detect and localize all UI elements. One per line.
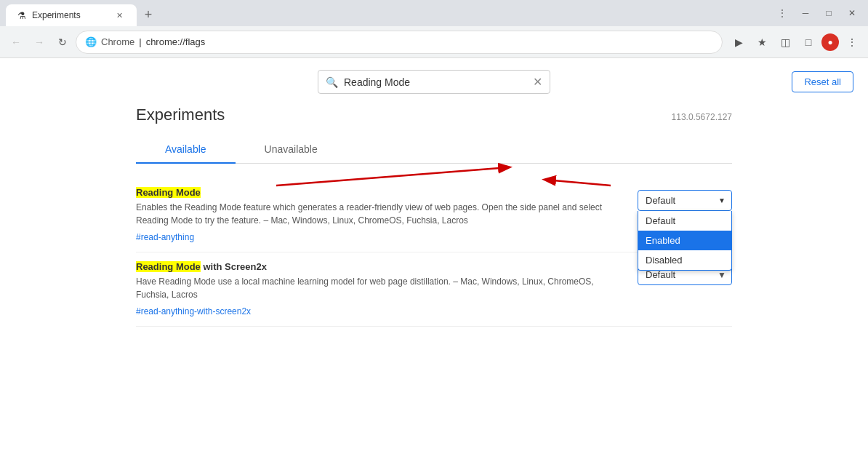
experiment-link-1[interactable]: #read-anything bbox=[136, 232, 194, 242]
experiments-container: Experiments 113.0.5672.127 Available Una… bbox=[107, 105, 761, 327]
new-tab-button[interactable]: + bbox=[138, 4, 158, 25]
experiment-desc-2: Have Reading Mode use a local machine le… bbox=[136, 275, 623, 301]
experiment-info-1: Reading Mode Enables the Reading Mode fe… bbox=[136, 187, 623, 243]
url-separator: | bbox=[139, 36, 141, 47]
forward-button[interactable]: → bbox=[29, 32, 49, 52]
back-button[interactable]: ← bbox=[6, 32, 26, 52]
extensions-button[interactable]: ◫ bbox=[775, 32, 795, 52]
profile-button[interactable]: ● bbox=[821, 33, 839, 51]
minimize-button[interactable]: ─ bbox=[795, 3, 816, 23]
tabs-bar: Available Unavailable bbox=[136, 136, 732, 164]
toolbar: ← → ↻ 🌐 Chrome | chrome://flags ▶ ★ ◫ □ … bbox=[0, 26, 868, 58]
experiment-name-highlight-1: Reading Mode bbox=[136, 187, 201, 198]
bookmark-button[interactable]: ★ bbox=[752, 32, 772, 52]
flags-header: 🔍 ✕ Reset all bbox=[0, 58, 868, 105]
experiment-name-1: Reading Mode bbox=[136, 187, 623, 198]
dropdown-arrow-1: ▼ bbox=[718, 196, 726, 204]
experiment-name-highlight-2: Reading Mode bbox=[136, 261, 201, 272]
dropdown-value-1: Default bbox=[646, 195, 675, 206]
security-icon: 🌐 bbox=[85, 36, 97, 47]
url-text: chrome://flags bbox=[146, 36, 713, 47]
title-bar: ⚗ Experiments ✕ + ⋮ ─ □ ✕ bbox=[0, 0, 868, 26]
maximize-button[interactable]: □ bbox=[819, 3, 839, 23]
experiment-info-2: Reading Mode with Screen2x Have Reading … bbox=[136, 261, 623, 317]
tab-list-button[interactable]: ⋮ bbox=[772, 3, 792, 23]
tab-title: Experiments bbox=[32, 10, 81, 20]
tab-close-button[interactable]: ✕ bbox=[113, 9, 125, 21]
reset-all-button[interactable]: Reset all bbox=[792, 71, 853, 92]
page-content: 🔍 ✕ Reset all Experiments 113.0.5672.127… bbox=[0, 58, 868, 462]
browser-frame: ⚗ Experiments ✕ + ⋮ ─ □ ✕ ← → ↻ 🌐 Chrome… bbox=[0, 0, 868, 462]
dropdown-option-default-1[interactable]: Default bbox=[638, 211, 731, 231]
refresh-button[interactable]: ↻ bbox=[52, 32, 73, 52]
close-button[interactable]: ✕ bbox=[842, 3, 862, 23]
experiment-name-2: Reading Mode with Screen2x bbox=[136, 261, 623, 272]
dropdown-menu-1: Default Enabled Disabled bbox=[638, 211, 732, 271]
split-view-button[interactable]: □ bbox=[798, 32, 819, 52]
search-icon: 🔍 bbox=[326, 76, 338, 88]
experiment-link-2[interactable]: #read-anything-with-screen2x bbox=[136, 306, 251, 316]
search-clear-button[interactable]: ✕ bbox=[533, 75, 542, 89]
experiment-desc-1: Enables the Reading Mode feature which g… bbox=[136, 201, 623, 227]
dropdown-wrapper-1: Default ▼ Default Enabled Disabled bbox=[638, 190, 732, 211]
tab-favicon: ⚗ bbox=[17, 10, 26, 21]
cast-button[interactable]: ▶ bbox=[728, 32, 749, 52]
address-bar[interactable]: 🌐 Chrome | chrome://flags bbox=[76, 31, 723, 54]
experiment-item-reading-mode: Reading Mode Enables the Reading Mode fe… bbox=[136, 178, 732, 252]
page-title: Experiments bbox=[136, 105, 225, 124]
experiment-name-suffix-2: with Screen2x bbox=[201, 261, 267, 272]
dropdown-option-disabled-1[interactable]: Disabled bbox=[638, 250, 731, 270]
dropdown-option-enabled-1[interactable]: Enabled bbox=[638, 231, 731, 250]
tab-unavailable[interactable]: Unavailable bbox=[236, 136, 347, 164]
chrome-label: Chrome bbox=[101, 36, 134, 47]
search-input[interactable] bbox=[344, 76, 527, 88]
active-tab[interactable]: ⚗ Experiments ✕ bbox=[6, 4, 137, 26]
tab-available[interactable]: Available bbox=[136, 136, 236, 164]
toolbar-actions: ▶ ★ ◫ □ ● ⋮ bbox=[728, 32, 862, 52]
experiments-title-row: Experiments 113.0.5672.127 bbox=[136, 105, 732, 124]
dropdown-trigger-1[interactable]: Default ▼ bbox=[638, 190, 732, 211]
menu-button[interactable]: ⋮ bbox=[842, 32, 862, 52]
tab-area: ⚗ Experiments ✕ + bbox=[6, 4, 766, 26]
window-controls: ⋮ ─ □ ✕ bbox=[772, 3, 862, 23]
search-container: 🔍 ✕ bbox=[318, 70, 550, 94]
version-text: 113.0.5672.127 bbox=[672, 112, 732, 122]
